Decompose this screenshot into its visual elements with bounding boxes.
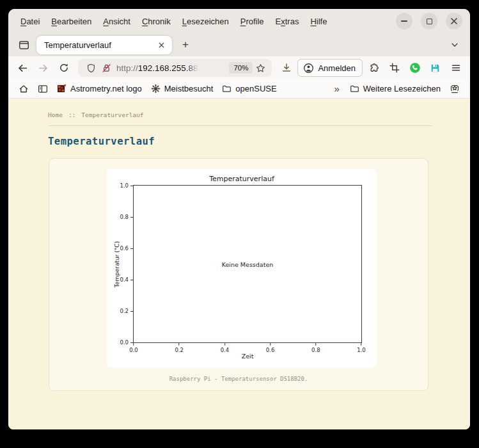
- page-title: Temperaturverlauf: [48, 136, 432, 147]
- minimize-button[interactable]: [396, 13, 412, 29]
- signin-label: Anmelden: [318, 63, 356, 73]
- chart-caption: Raspberry Pi - Temperatursensor DS18B20.: [49, 376, 428, 382]
- puzzle-piece-icon: [368, 63, 379, 74]
- temperature-figure: Temperaturverlauf 1.0 0.8 0.6 0.4 0.2 0.…: [107, 169, 377, 367]
- arrow-right-icon: [38, 63, 49, 74]
- gear-icon: [151, 84, 161, 93]
- x-tick: 0.6: [266, 343, 275, 353]
- x-tick: 1.0: [357, 343, 366, 353]
- home-icon: [19, 84, 29, 94]
- bookmark-most-visited[interactable]: Meistbesucht: [147, 81, 217, 97]
- whatsapp-extension-button[interactable]: [405, 59, 424, 77]
- reload-icon: [59, 63, 69, 73]
- tracking-protection-button[interactable]: [83, 60, 98, 76]
- menu-datei[interactable]: Datei: [15, 13, 45, 29]
- browser-window: Datei Bearbeiten Ansicht Chronik Lesezei…: [8, 9, 470, 429]
- screenshot-crop-button[interactable]: [385, 59, 404, 77]
- maximize-icon: [427, 19, 432, 24]
- bookmarks-overflow-chevron[interactable]: »: [329, 83, 344, 94]
- list-all-tabs-button[interactable]: [446, 36, 464, 54]
- x-tick: 0.0: [129, 343, 138, 353]
- sidebar-icon: [38, 84, 48, 94]
- firefox-view-icon: [19, 40, 29, 51]
- folder-icon: [350, 84, 359, 93]
- signin-button[interactable]: Anmelden: [297, 59, 363, 77]
- menu-ansicht[interactable]: Ansicht: [97, 13, 136, 29]
- close-icon: [158, 42, 165, 49]
- menu-chronik[interactable]: Chronik: [136, 13, 177, 29]
- reload-button[interactable]: [54, 59, 73, 77]
- menu-lesezeichen[interactable]: Lesezeichen: [177, 13, 235, 29]
- chevron-down-icon: [450, 40, 459, 49]
- bookmark-label: Meistbesucht: [164, 84, 214, 93]
- bookmark-folder-opensuse[interactable]: openSUSE: [218, 81, 280, 97]
- account-icon: [303, 63, 314, 74]
- y-tick: 0.2: [120, 308, 133, 314]
- plot-area: 1.0 0.8 0.6 0.4 0.2 0.0 0.0 0.2 0.4 0.6 …: [133, 185, 362, 343]
- bookmark-tray-star-icon: [450, 84, 460, 94]
- url-scheme: http://: [116, 63, 138, 73]
- back-button[interactable]: [13, 59, 32, 77]
- site-security-button[interactable]: [98, 60, 114, 76]
- x-tick: 0.2: [175, 343, 184, 353]
- tab-close-button[interactable]: [154, 38, 168, 52]
- y-tick: 0.8: [120, 214, 133, 220]
- folder-icon: [222, 84, 232, 93]
- bookmark-label: Astrometry.net logo: [70, 84, 142, 93]
- y-tick: 0.6: [120, 245, 133, 252]
- titlebar-menubar: Datei Bearbeiten Ansicht Chronik Lesezei…: [8, 9, 470, 33]
- extensions-button[interactable]: [365, 59, 383, 77]
- menu-hilfe[interactable]: Hilfe: [304, 13, 333, 29]
- bookmark-label: Weitere Lesezeichen: [363, 84, 441, 93]
- bookmark-page-button[interactable]: [253, 60, 268, 76]
- hamburger-menu-icon: [451, 63, 461, 73]
- chart-card: Temperaturverlauf 1.0 0.8 0.6 0.4 0.2 0.…: [49, 158, 428, 391]
- breadcrumb-current: Temperaturverlauf: [81, 111, 143, 118]
- tab-temperaturverlauf[interactable]: Temperaturverlauf: [36, 36, 172, 54]
- download-icon: [281, 63, 292, 73]
- breadcrumb-separator: ::: [68, 111, 75, 118]
- menu-extras[interactable]: Extras: [270, 13, 305, 29]
- url-text[interactable]: http://192.168.255.88: [116, 63, 198, 73]
- close-button[interactable]: [446, 13, 462, 29]
- downloads-button[interactable]: [277, 59, 295, 77]
- page-content: Home :: Temperaturverlauf Temperaturverl…: [8, 99, 470, 429]
- bookmark-folder-more[interactable]: Weitere Lesezeichen: [346, 81, 444, 97]
- window-controls: [396, 13, 462, 29]
- sidebar-toggle-button[interactable]: [34, 81, 52, 97]
- shield-icon: [86, 63, 96, 73]
- y-tick: 1.0: [120, 182, 133, 189]
- y-axis-label: Temperatur (°C): [114, 241, 120, 287]
- figure-title: Temperaturverlauf: [107, 175, 377, 183]
- bookmarks-toolbar: Astrometry.net logo Meistbesucht openSUS…: [8, 79, 470, 99]
- url-host: 192.168.255.88: [138, 63, 198, 73]
- forward-button[interactable]: [34, 59, 52, 77]
- tab-title: Temperaturverlauf: [44, 40, 154, 50]
- firefox-view-button[interactable]: [15, 36, 33, 54]
- menu-bearbeiten[interactable]: Bearbeiten: [45, 13, 97, 29]
- app-menu-button[interactable]: [446, 59, 465, 77]
- bookmarks-menu-button[interactable]: [446, 81, 464, 97]
- minimize-icon: [401, 20, 407, 22]
- no-data-annotation: Keine Messdaten: [222, 260, 274, 268]
- url-bar[interactable]: http://192.168.255.88 70%: [78, 59, 272, 77]
- crop-icon: [389, 63, 400, 73]
- save-page-extension-button[interactable]: [426, 59, 444, 77]
- bookmark-label: openSUSE: [235, 84, 276, 93]
- bookmark-astrometry[interactable]: Astrometry.net logo: [53, 81, 146, 97]
- floppy-disk-icon: [430, 63, 441, 74]
- menu-profile[interactable]: Profile: [235, 13, 270, 29]
- breadcrumb-home-link[interactable]: Home: [48, 111, 63, 118]
- arrow-left-icon: [17, 63, 28, 74]
- maximize-button[interactable]: [421, 13, 437, 29]
- x-axis-label: Zeit: [242, 353, 254, 360]
- new-tab-button[interactable]: +: [177, 36, 194, 53]
- zoom-level-button[interactable]: 70%: [229, 62, 253, 74]
- lock-insecure-icon: [102, 63, 111, 73]
- navigation-toolbar: http://192.168.255.88 70% Anmelden: [8, 56, 470, 79]
- x-tick: 0.4: [221, 343, 230, 353]
- home-button[interactable]: [15, 81, 33, 97]
- tab-bar: Temperaturverlauf +: [8, 33, 470, 56]
- breadcrumb: Home :: Temperaturverlauf: [48, 111, 432, 118]
- chart-image: Temperaturverlauf 1.0 0.8 0.6 0.4 0.2 0.…: [107, 169, 377, 367]
